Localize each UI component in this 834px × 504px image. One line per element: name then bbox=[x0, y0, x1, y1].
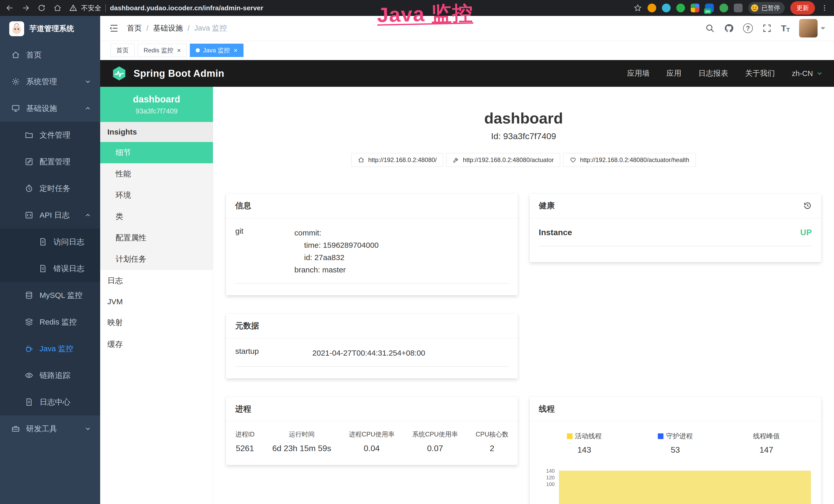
sba-item-config-props[interactable]: 配置属性 bbox=[100, 227, 213, 249]
threads-card: 线程 活动线程 143 bbox=[530, 397, 821, 504]
app-logo-row[interactable]: 芋道管理系统 bbox=[0, 16, 100, 42]
fullscreen-icon[interactable] bbox=[762, 23, 772, 33]
sba-item-caches[interactable]: 缓存 bbox=[100, 334, 213, 356]
extension-icon[interactable]: on bbox=[705, 4, 714, 12]
health-url-button[interactable]: http://192.168.0.2:48080/actuator/health bbox=[563, 153, 696, 167]
close-icon[interactable]: × bbox=[177, 47, 181, 54]
sidebar-item-java-monitor[interactable]: Java 监控 bbox=[0, 335, 100, 362]
breadcrumb: 首页 / 基础设施 / Java 监控 bbox=[127, 23, 227, 33]
search-icon[interactable] bbox=[705, 23, 715, 33]
breadcrumb-separator: / bbox=[188, 24, 190, 32]
sba-item-logs[interactable]: 日志 bbox=[100, 270, 213, 292]
process-card: 进程 进程ID 5261 运行时间 6d 23h 15m 59s bbox=[226, 397, 518, 465]
breadcrumb-item[interactable]: 基础设施 bbox=[153, 23, 183, 33]
avatar[interactable] bbox=[799, 19, 817, 38]
update-button[interactable]: 更新 bbox=[790, 1, 815, 15]
sync-paused-badge[interactable]: 已暂停 bbox=[748, 2, 785, 14]
cell-value: 0.04 bbox=[349, 444, 395, 453]
heart-icon bbox=[570, 157, 576, 163]
extensions-puzzle-icon[interactable] bbox=[734, 4, 743, 12]
sidebar-item-link-tracing[interactable]: 链路追踪 bbox=[0, 362, 100, 389]
sba-item-classes[interactable]: 类 bbox=[100, 206, 213, 227]
sba-item-mappings[interactable]: 映射 bbox=[100, 312, 213, 334]
refresh-icon[interactable] bbox=[38, 4, 46, 12]
forward-icon[interactable] bbox=[22, 4, 30, 12]
tab-home[interactable]: 首页 bbox=[110, 44, 135, 57]
link-label: http://192.168.0.2:48080/actuator bbox=[463, 156, 554, 164]
locale-selector[interactable]: zh-CN bbox=[792, 69, 823, 78]
extension-icon[interactable] bbox=[662, 4, 671, 12]
user-menu[interactable] bbox=[799, 19, 825, 38]
history-icon[interactable] bbox=[803, 201, 812, 210]
bookmark-star-icon[interactable] bbox=[634, 4, 642, 12]
service-url-button[interactable]: http://192.168.0.2:48080/ bbox=[351, 153, 443, 167]
sidebar-item-infrastructure[interactable]: 基础设施 bbox=[0, 95, 100, 122]
tab-java-monitor[interactable]: Java 监控 × bbox=[190, 44, 243, 57]
sba-nav-journal[interactable]: 日志报表 bbox=[698, 68, 728, 78]
breadcrumb-item[interactable]: 首页 bbox=[127, 23, 142, 33]
profile-avatar-icon bbox=[750, 4, 759, 12]
extension-icon[interactable] bbox=[720, 4, 728, 12]
health-row-label: Instance bbox=[539, 228, 572, 237]
back-icon[interactable] bbox=[6, 4, 14, 12]
update-label: 更新 bbox=[796, 4, 809, 12]
browser-menu-icon[interactable] bbox=[821, 4, 828, 12]
browser-home-icon[interactable] bbox=[53, 4, 62, 12]
sidebar-item-mysql-monitor[interactable]: MySQL 监控 bbox=[0, 282, 100, 308]
status-badge: UP bbox=[800, 228, 812, 237]
sidebar-item-log-center[interactable]: 日志中心 bbox=[0, 389, 100, 415]
breadcrumb-item-current: Java 监控 bbox=[194, 23, 227, 33]
chevron-down-icon bbox=[84, 78, 91, 85]
sba-item-details[interactable]: 细节 bbox=[100, 142, 213, 163]
sba-nav-wallboard[interactable]: 应用墙 bbox=[627, 68, 650, 78]
sidebar-item-dev-tools[interactable]: 研发工具 bbox=[0, 415, 100, 442]
close-icon[interactable]: × bbox=[234, 47, 238, 54]
coffee-icon bbox=[25, 344, 34, 353]
sidebar-item-file-management[interactable]: 文件管理 bbox=[0, 122, 100, 148]
tab-label: 首页 bbox=[116, 46, 129, 54]
document-icon bbox=[39, 264, 47, 273]
main-pane: 首页 / 基础设施 / Java 监控 ? TT 首页 Redis 监控 × bbox=[100, 16, 834, 504]
tab-redis-monitor[interactable]: Redis 监控 × bbox=[138, 44, 187, 57]
address-bar[interactable]: 不安全 dashboard.yudao.iocoder.cn/infra/adm… bbox=[69, 4, 626, 13]
paused-label: 已暂停 bbox=[762, 4, 780, 12]
gear-icon bbox=[11, 77, 20, 86]
instance-header[interactable]: dashboard 93a3fc7f7409 bbox=[100, 87, 213, 122]
sba-item-environment[interactable]: 环境 bbox=[100, 185, 213, 206]
help-icon[interactable]: ? bbox=[743, 23, 753, 33]
instance-links: http://192.168.0.2:48080/ http://192.168… bbox=[213, 153, 834, 167]
actuator-url-button[interactable]: http://192.168.0.2:48080/actuator bbox=[446, 153, 560, 167]
sidebar-item-system[interactable]: 系统管理 bbox=[0, 68, 100, 95]
extension-icon[interactable] bbox=[691, 4, 699, 12]
sidebar-item-scheduled-tasks[interactable]: 定时任务 bbox=[0, 175, 100, 202]
sidebar-item-access-logs[interactable]: 访问日志 bbox=[0, 229, 100, 255]
extension-icon[interactable] bbox=[676, 4, 685, 12]
sidebar-item-error-logs[interactable]: 错误日志 bbox=[0, 255, 100, 282]
sidebar-item-label: 链路追踪 bbox=[40, 370, 70, 381]
sba-item-performance[interactable]: 性能 bbox=[100, 163, 213, 185]
sidebar-collapse-icon[interactable] bbox=[109, 23, 119, 33]
sidebar-item-api-logs[interactable]: API 日志 bbox=[0, 202, 100, 229]
row-key: startup bbox=[235, 347, 312, 359]
sidebar-item-label: 首页 bbox=[26, 50, 42, 60]
document-icon bbox=[39, 237, 47, 246]
active-threads-area bbox=[559, 471, 811, 504]
font-size-icon[interactable]: TT bbox=[781, 23, 790, 33]
instance-id: 93a3fc7f7409 bbox=[104, 107, 209, 115]
sba-nav-about[interactable]: 关于我们 bbox=[745, 68, 775, 78]
cell-value: 0.07 bbox=[412, 444, 458, 453]
chevron-down-icon bbox=[816, 70, 823, 77]
sidebar-item-home[interactable]: 首页 bbox=[0, 42, 100, 68]
github-icon[interactable] bbox=[724, 23, 734, 33]
sidebar-item-redis-monitor[interactable]: Redis 监控 bbox=[0, 308, 100, 335]
code-icon bbox=[25, 211, 34, 220]
sba-nav-applications[interactable]: 应用 bbox=[666, 68, 681, 78]
sidebar-item-config-management[interactable]: 配置管理 bbox=[0, 148, 100, 175]
sba-item-jvm[interactable]: JVM bbox=[100, 292, 213, 312]
sidebar-item-label: 访问日志 bbox=[53, 237, 84, 247]
card-title: 健康 bbox=[539, 200, 555, 211]
extension-icon[interactable] bbox=[648, 4, 656, 12]
sba-item-scheduled-tasks[interactable]: 计划任务 bbox=[100, 249, 213, 270]
column-header: 运行时间 bbox=[272, 430, 331, 438]
app-title: 芋道管理系统 bbox=[29, 24, 74, 34]
